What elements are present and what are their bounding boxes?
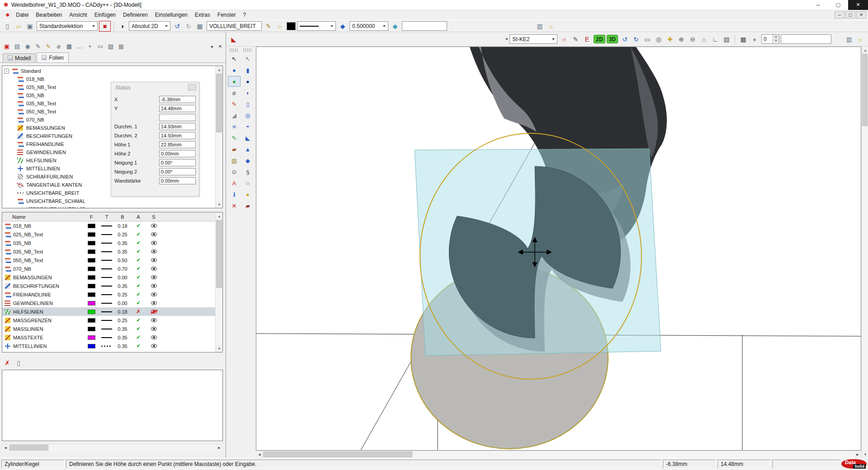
maximize-button[interactable]: ▢	[828, 0, 848, 10]
table-row[interactable]: 035_NB_Text 0.35 ✔	[2, 247, 215, 256]
eye-icon[interactable]	[151, 224, 157, 228]
table-row[interactable]: GEWINDELINIEN 0.00 ✔	[2, 299, 215, 307]
torus-icon[interactable]: ◎	[241, 110, 254, 121]
pencil-icon[interactable]: ✎	[33, 41, 43, 51]
tree-item[interactable]: VERDECKTE KANTEN 3D	[17, 205, 215, 208]
selection-mode-dropdown[interactable]: Standardselektion	[37, 21, 98, 31]
select-arrow-icon[interactable]: ↖	[228, 53, 241, 64]
layer-width[interactable]: 0.70	[114, 266, 131, 272]
pen-yellow-icon[interactable]: ✎	[43, 41, 53, 51]
layer-linetype[interactable]	[101, 311, 112, 312]
zoom-out-icon[interactable]: ⊖	[687, 34, 698, 44]
tree-root[interactable]: − Standard	[4, 67, 215, 75]
zoom-window-icon[interactable]: ▭	[642, 34, 653, 44]
spin-up-icon[interactable]: ▲	[773, 35, 779, 39]
eye-icon[interactable]	[151, 249, 157, 254]
layer-width[interactable]: 0.18	[114, 309, 131, 315]
layer-color-swatch[interactable]	[88, 241, 95, 245]
table-scrollbar[interactable]: ▲ ▼	[215, 212, 222, 352]
scroll-left-icon[interactable]: ◀	[256, 451, 263, 458]
view-flag-icon[interactable]: ◣	[228, 34, 239, 44]
caliper-icon[interactable]: ⌀	[228, 87, 241, 98]
layer-width[interactable]: 0.50	[114, 258, 131, 263]
cylinder-solid-icon[interactable]: ▯	[241, 99, 254, 109]
stamp-icon[interactable]: ◉	[23, 41, 33, 51]
scroll-up-icon[interactable]: ▲	[862, 47, 868, 54]
layer-color-swatch[interactable]	[88, 258, 95, 263]
layer-linetype[interactable]	[101, 329, 112, 329]
layer-color-swatch[interactable]	[88, 292, 95, 297]
status-field-input[interactable]: 14.93mm	[159, 132, 196, 139]
lamp-icon[interactable]: ☼	[546, 21, 557, 31]
measure-icon[interactable]: ⌀	[54, 41, 64, 51]
mode-2d-button[interactable]: 2D	[594, 35, 605, 43]
info-icon[interactable]: ℹ	[228, 189, 241, 200]
column-name[interactable]: Name	[2, 214, 84, 220]
layer-width[interactable]: 0.00	[114, 301, 131, 306]
table-row[interactable]: BEMASSUNGEN 0.00 ✔	[2, 273, 215, 282]
layer-color-swatch[interactable]	[88, 232, 95, 237]
brightness-icon[interactable]: ☼	[274, 21, 285, 31]
view-field[interactable]	[781, 34, 831, 44]
layer-width[interactable]: 0.18	[114, 223, 131, 229]
panel-horizontal-scrollbar[interactable]: ◀ ▶	[2, 444, 223, 451]
layer-active-flag[interactable]: ✔	[131, 334, 146, 340]
layer-width[interactable]: 0.35	[114, 343, 131, 349]
viewport-horizontal-scrollbar[interactable]: ◀ ▶	[256, 451, 861, 458]
close-panel-button[interactable]: ✕	[217, 41, 224, 51]
prism-icon[interactable]: ◆	[241, 155, 254, 166]
layer-active-flag[interactable]: ✔	[131, 343, 146, 349]
select-add-icon[interactable]: ↖	[241, 53, 254, 64]
rotate-cw-icon[interactable]: ↻	[631, 34, 642, 44]
layer-active-flag[interactable]: ✔	[131, 317, 146, 323]
coordinate-mode-dropdown[interactable]: Absolut 2D	[129, 21, 170, 31]
scrollbar-thumb[interactable]	[9, 445, 48, 451]
save-icon[interactable]: ▣	[24, 21, 35, 31]
layer-linetype[interactable]	[101, 294, 112, 295]
layer-color-swatch[interactable]	[88, 267, 95, 271]
layer-active-flag[interactable]: ✔	[131, 223, 146, 229]
width-diamond-icon[interactable]: ◆	[337, 21, 348, 31]
eye-icon[interactable]	[151, 327, 157, 331]
status-field-input[interactable]: 0.00°	[159, 168, 196, 175]
layer-color-swatch[interactable]	[88, 310, 95, 314]
line-width-dropdown[interactable]: 0.500000	[349, 21, 388, 31]
layer-color-swatch[interactable]	[88, 275, 95, 280]
eye-icon[interactable]	[151, 310, 157, 314]
eye-icon[interactable]	[151, 284, 157, 288]
status-field-input[interactable]: -6.38mm	[159, 96, 196, 103]
column-s[interactable]: S	[146, 214, 161, 220]
minimize-button[interactable]: ─	[808, 0, 828, 10]
cube-add-icon[interactable]: ▧	[721, 34, 732, 44]
eye-icon[interactable]	[151, 232, 157, 236]
layer-width[interactable]: 0.35	[114, 283, 131, 289]
scrollbar-thumb[interactable]	[216, 74, 222, 132]
layer-color-swatch[interactable]	[88, 327, 95, 331]
layers-blue-icon[interactable]: ≡	[228, 121, 241, 132]
eye-icon[interactable]	[151, 344, 157, 348]
viewport-vertical-scrollbar[interactable]: ▲ ▼	[861, 47, 868, 458]
eye-icon[interactable]	[151, 318, 157, 322]
attribute-field[interactable]	[402, 21, 447, 31]
delete-red-icon[interactable]: ✕	[228, 200, 241, 211]
toolbar-grip[interactable]	[243, 48, 252, 52]
scroll-up-icon[interactable]: ▲	[216, 212, 223, 220]
layer-active-flag[interactable]: ✔	[131, 291, 146, 297]
hatch-icon[interactable]: ▨	[228, 155, 241, 166]
panel-tab[interactable]: Modell	[3, 53, 36, 62]
color-picker-icon[interactable]: ◑	[117, 21, 127, 31]
mdi-close-button[interactable]: ✕	[856, 11, 866, 19]
eye-icon[interactable]	[151, 301, 157, 305]
pan-hand-icon[interactable]: ✚	[665, 34, 675, 44]
protractor-icon[interactable]: ⊙	[228, 166, 241, 177]
scroll-right-icon[interactable]: ▶	[216, 444, 223, 451]
eye-icon[interactable]	[151, 275, 157, 279]
collapse-expander[interactable]: −	[4, 69, 9, 74]
eraser-icon[interactable]: ▰	[228, 144, 241, 155]
layer-linetype[interactable]	[101, 303, 112, 304]
layer-active-flag[interactable]: ✗	[131, 309, 146, 315]
layer-color-swatch[interactable]	[88, 224, 95, 228]
grid-box-icon[interactable]: ▩	[116, 41, 126, 51]
shaded-sphere-icon[interactable]: ●	[749, 34, 760, 44]
layer-active-flag[interactable]: ✔	[131, 266, 146, 272]
